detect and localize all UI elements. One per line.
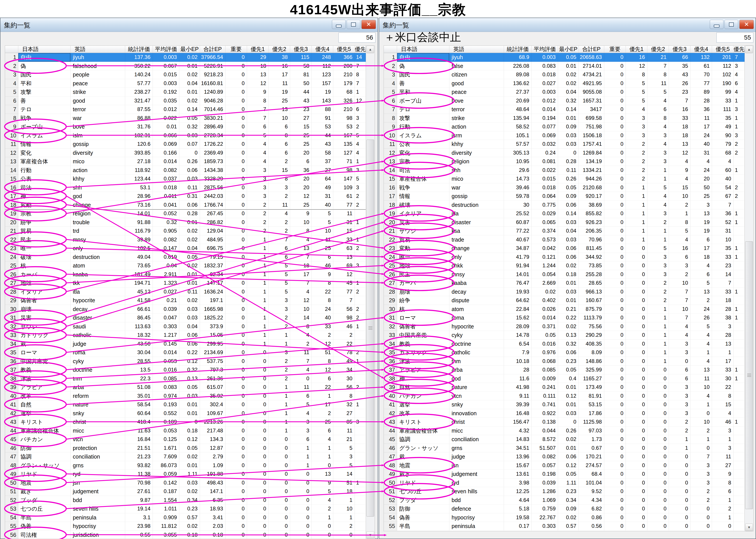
- cell-priority5[interactable]: 28: [712, 305, 733, 314]
- cell-stat-eval[interactable]: 182.31: [125, 131, 153, 140]
- cell-priority-cut[interactable]: 6: [355, 105, 366, 114]
- cell-rownum[interactable]: 33: [384, 331, 397, 340]
- cell-rownum[interactable]: 3: [384, 70, 397, 79]
- cell-priority2[interactable]: 2: [269, 227, 290, 235]
- cell-rownum[interactable]: 24: [384, 253, 397, 262]
- cell-japanese[interactable]: イスラム: [397, 131, 449, 140]
- cell-priority-cut[interactable]: [355, 435, 366, 444]
- cell-priority5[interactable]: 56: [333, 305, 355, 314]
- cell-japanese[interactable]: 国民: [18, 70, 71, 79]
- cell-english[interactable]: jiyuh: [449, 53, 504, 62]
- cell-total-ep[interactable]: 134.3: [200, 435, 225, 444]
- cell-priority3[interactable]: 20: [290, 149, 312, 157]
- cell-avg-eval[interactable]: 0.371: [532, 322, 558, 331]
- cell-japanese[interactable]: グラン・サッソ: [18, 461, 71, 470]
- cell-priority1[interactable]: 2: [626, 149, 647, 157]
- cell-priority1[interactable]: 0: [247, 435, 269, 444]
- cell-japanese[interactable]: 紛争: [397, 296, 449, 305]
- cell-priority4[interactable]: 18: [691, 253, 712, 262]
- cell-japanese[interactable]: 自由: [397, 53, 449, 62]
- table-row[interactable]: 23変動change34.870.0420.06811.450051617351: [384, 244, 745, 253]
- cell-priority3[interactable]: 6: [290, 157, 312, 166]
- cell-stat-eval[interactable]: 60.87: [504, 218, 532, 227]
- cell-english[interactable]: only: [449, 253, 504, 262]
- cell-english[interactable]: war: [71, 114, 125, 123]
- cell-rownum[interactable]: 23: [5, 244, 18, 253]
- cell-priority1[interactable]: 1: [247, 313, 269, 322]
- cell-priority3[interactable]: 10: [290, 218, 312, 227]
- cell-avg-eval[interactable]: 0.068: [532, 357, 558, 366]
- cell-priority4[interactable]: 13: [691, 287, 712, 296]
- cell-priority2[interactable]: 1: [647, 357, 669, 366]
- cell-priority2[interactable]: 0: [269, 496, 290, 505]
- cell-priority1[interactable]: 0: [626, 513, 647, 522]
- cell-important[interactable]: 0: [225, 253, 247, 262]
- cell-priority4[interactable]: 43: [312, 140, 333, 149]
- cell-rownum[interactable]: 51: [384, 487, 397, 496]
- cell-rownum[interactable]: 26: [5, 270, 18, 279]
- cell-priority-cut[interactable]: [733, 479, 745, 487]
- cell-rownum[interactable]: 4: [384, 79, 397, 88]
- cell-min-ep[interactable]: 0.32: [558, 97, 579, 105]
- cell-japanese[interactable]: 情報: [18, 140, 71, 149]
- cell-priority3[interactable]: 4: [669, 157, 691, 166]
- cell-priority5[interactable]: 112: [712, 62, 733, 71]
- cell-english[interactable]: action: [71, 166, 125, 175]
- cell-priority-cut[interactable]: [355, 270, 366, 279]
- cell-min-ep[interactable]: 0.03: [179, 131, 200, 140]
- cell-priority5[interactable]: 49: [712, 122, 733, 131]
- cell-priority4[interactable]: 1: [691, 400, 712, 409]
- table-row[interactable]: 15軍産複合体mico14.730.0150.26944.2602142040: [384, 175, 745, 183]
- cell-avg-eval[interactable]: 0.029: [532, 209, 558, 218]
- cell-priority5[interactable]: 0: [712, 522, 733, 531]
- cell-total-ep[interactable]: 302.4: [200, 400, 225, 409]
- cell-priority2[interactable]: 3: [647, 149, 669, 157]
- cell-priority4[interactable]: 10: [691, 383, 712, 392]
- cell-important[interactable]: 0: [604, 513, 626, 522]
- table-row[interactable]: 51七つの丘seven hills12.251.2860.239.5200002…: [384, 487, 745, 496]
- table-row[interactable]: 26カーバkaaba181.492.9110.0162.3401517912: [5, 270, 366, 279]
- cell-priority4[interactable]: 31: [312, 192, 333, 201]
- cell-rownum[interactable]: 47: [5, 452, 18, 461]
- cell-stat-eval[interactable]: 181.49: [125, 270, 153, 279]
- cell-priority4[interactable]: 10: [312, 227, 333, 235]
- table-row[interactable]: 42改革innovation16.480.9220.0317.86000304: [384, 409, 745, 418]
- cell-stat-eval[interactable]: 73.65: [125, 261, 153, 270]
- cell-priority2[interactable]: 0: [647, 418, 669, 426]
- cell-stat-eval[interactable]: 22.3: [125, 374, 153, 383]
- cell-avg-eval[interactable]: 0.053: [153, 426, 179, 435]
- cell-important[interactable]: 0: [225, 270, 247, 279]
- cell-priority4[interactable]: 6: [691, 270, 712, 279]
- table-row[interactable]: 47協調conciliation21.237.6090.022.79000113: [5, 452, 366, 461]
- cell-priority2[interactable]: 5: [269, 279, 290, 287]
- cell-priority2[interactable]: 1: [647, 227, 669, 235]
- table-row[interactable]: 9行動action58.520.0770.09751.980341817491: [384, 122, 745, 131]
- cell-priority1[interactable]: 2: [247, 227, 269, 235]
- cell-priority2[interactable]: 1: [269, 409, 290, 418]
- cell-priority1[interactable]: 3: [247, 183, 269, 192]
- cell-priority-cut[interactable]: 1: [733, 209, 745, 218]
- table-row[interactable]: 17情報gossip59.780.0640.09920.170141025672: [384, 192, 745, 201]
- cell-total-ep[interactable]: 8.09: [579, 348, 604, 357]
- cell-priority5[interactable]: 63: [333, 244, 355, 253]
- cell-japanese[interactable]: 裁: [18, 340, 71, 348]
- cell-english[interactable]: christ: [449, 418, 504, 426]
- cell-avg-eval[interactable]: 0.069: [153, 140, 179, 149]
- cell-stat-eval[interactable]: 15.62: [504, 313, 532, 322]
- cell-min-ep[interactable]: 0.05: [558, 470, 579, 479]
- cell-avg-eval[interactable]: 0.241: [532, 383, 558, 392]
- cell-japanese[interactable]: 公表: [397, 140, 449, 149]
- cell-english[interactable]: falsehood: [71, 62, 125, 71]
- cell-stat-eval[interactable]: 350.22: [125, 62, 153, 71]
- cell-priority3[interactable]: 0: [290, 513, 312, 522]
- cell-priority2[interactable]: 1: [269, 418, 290, 426]
- cell-rownum[interactable]: 21: [5, 227, 18, 235]
- close-button[interactable]: ✕: [361, 20, 376, 29]
- cell-priority5[interactable]: 167: [333, 131, 355, 140]
- cell-stat-eval[interactable]: 105.1: [504, 131, 532, 140]
- cell-priority2[interactable]: 5: [269, 287, 290, 296]
- cell-priority1[interactable]: 1: [247, 287, 269, 296]
- cell-priority2[interactable]: 0: [647, 452, 669, 461]
- cell-rownum[interactable]: 14: [384, 166, 397, 175]
- cell-priority1[interactable]: 0: [626, 244, 647, 253]
